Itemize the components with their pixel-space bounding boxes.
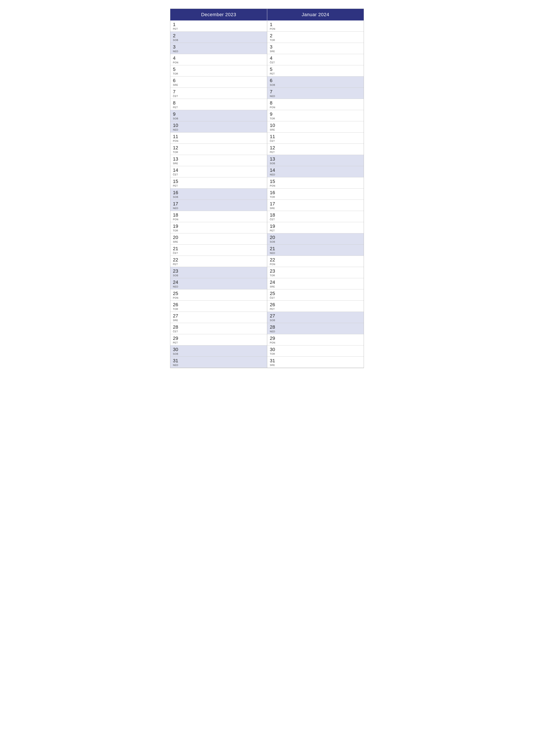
day-number: 5 — [270, 67, 361, 72]
day-row: 12PET — [267, 144, 364, 155]
day-name: SOB — [270, 240, 361, 243]
day-number: 29 — [173, 336, 265, 341]
day-name: NED — [173, 207, 265, 209]
day-row: 4PON — [170, 54, 267, 65]
day-number: 24 — [270, 280, 361, 285]
day-name: PET — [173, 184, 265, 187]
day-row: 25ČET — [267, 289, 364, 301]
day-number: 15 — [173, 179, 265, 184]
day-row: 18PON — [170, 211, 267, 222]
day-row: 5TOR — [170, 65, 267, 76]
day-name: PET — [270, 72, 361, 75]
day-name: NED — [173, 128, 265, 131]
day-number: 13 — [173, 156, 265, 162]
day-number: 27 — [173, 313, 265, 319]
day-name: NED — [270, 173, 361, 176]
day-number: 26 — [173, 302, 265, 308]
day-number: 13 — [270, 156, 361, 162]
day-name: TOR — [173, 229, 265, 232]
day-row: 21ČET — [170, 245, 267, 256]
day-name: TOR — [173, 72, 265, 75]
day-name: NED — [173, 50, 265, 53]
day-number: 26 — [270, 302, 361, 308]
day-number: 18 — [270, 212, 361, 218]
day-number: 6 — [270, 78, 361, 83]
day-row: 23SOB — [170, 267, 267, 278]
day-name: SRE — [173, 240, 265, 243]
day-row: 16SOB — [170, 189, 267, 200]
day-number: 8 — [270, 100, 361, 106]
day-name: PET — [173, 341, 265, 344]
day-row: 22PON — [267, 256, 364, 267]
january-column: 1PON2TOR3SRE4ČET5PET6SOB7NED8PON9TOR10SR… — [267, 20, 364, 368]
day-row: 24SRE — [267, 278, 364, 289]
day-row: 31SRE — [267, 357, 364, 368]
day-number: 1 — [173, 22, 265, 27]
day-name: SRE — [270, 50, 361, 53]
day-name: NED — [270, 95, 361, 97]
day-row: 13SOB — [267, 155, 364, 166]
day-number: 15 — [270, 179, 361, 184]
day-name: ČET — [173, 173, 265, 176]
day-number: 19 — [270, 224, 361, 229]
day-row: 1PET — [170, 20, 267, 32]
day-row: 2SOB — [170, 32, 267, 43]
day-row: 28NED — [267, 323, 364, 334]
day-row: 4ČET — [267, 54, 364, 65]
day-row: 13SRE — [170, 155, 267, 166]
day-row: 20SOB — [267, 233, 364, 245]
day-name: TOR — [173, 308, 265, 310]
day-number: 9 — [173, 111, 265, 117]
day-number: 9 — [270, 111, 361, 117]
day-name: TOR — [270, 274, 361, 277]
day-row: 30SOB — [170, 345, 267, 357]
day-row: 28ČET — [170, 323, 267, 334]
day-name: PET — [173, 263, 265, 265]
day-name: SRE — [173, 319, 265, 322]
day-name: SOB — [270, 162, 361, 165]
day-number: 20 — [270, 235, 361, 240]
day-name: PON — [270, 341, 361, 344]
day-row: 11ČET — [267, 133, 364, 144]
day-row: 8PON — [267, 99, 364, 110]
day-name: PON — [173, 140, 265, 142]
day-number: 3 — [270, 44, 361, 50]
day-row: 10NED — [170, 121, 267, 133]
day-row: 24NED — [170, 278, 267, 289]
calendar-header: December 2023 Januar 2024 — [170, 9, 364, 20]
day-name: ČET — [173, 95, 265, 97]
day-name: ČET — [270, 140, 361, 142]
day-name: PON — [270, 184, 361, 187]
day-name: NED — [173, 285, 265, 288]
day-row: 7NED — [267, 88, 364, 99]
day-number: 27 — [270, 313, 361, 319]
day-name: ČET — [173, 252, 265, 254]
day-number: 2 — [173, 33, 265, 39]
day-number: 24 — [173, 280, 265, 285]
day-row: 10SRE — [267, 121, 364, 133]
day-number: 25 — [270, 291, 361, 296]
day-number: 31 — [270, 358, 361, 364]
day-number: 22 — [173, 257, 265, 263]
day-row: 29PET — [170, 334, 267, 345]
day-row: 8PET — [170, 99, 267, 110]
day-name: PON — [173, 61, 265, 64]
day-number: 7 — [173, 89, 265, 94]
day-number: 10 — [173, 122, 265, 128]
day-name: SRE — [173, 162, 265, 165]
day-row: 29PON — [267, 334, 364, 345]
day-name: SRE — [270, 285, 361, 288]
day-number: 10 — [270, 122, 361, 128]
day-number: 21 — [270, 246, 361, 252]
day-name: PET — [270, 229, 361, 232]
day-row: 7ČET — [170, 88, 267, 99]
day-name: PET — [270, 151, 361, 153]
day-number: 25 — [173, 291, 265, 296]
day-row: 15PET — [170, 177, 267, 189]
day-number: 14 — [270, 168, 361, 173]
day-row: 30TOR — [267, 345, 364, 357]
day-name: TOR — [270, 117, 361, 120]
day-number: 28 — [173, 324, 265, 330]
day-row: 21NED — [267, 245, 364, 256]
day-number: 5 — [173, 67, 265, 72]
